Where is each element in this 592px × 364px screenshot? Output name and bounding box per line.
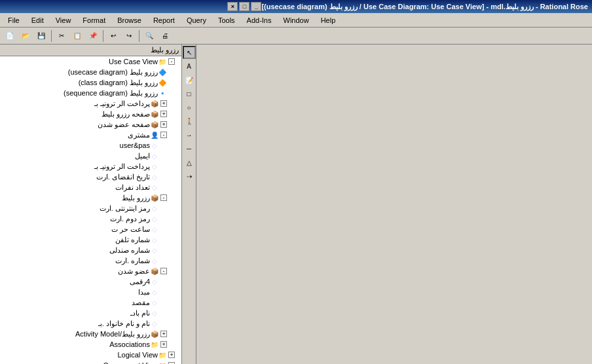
toolbar-print[interactable]: 🖨 <box>158 29 172 43</box>
maximize-button[interactable]: □ <box>239 2 250 11</box>
toolbar-new[interactable]: 📄 <box>3 29 17 43</box>
sidebar-item-maghsad[interactable]: ◇ مقصد <box>0 297 181 308</box>
sidebar-item-4ragami[interactable]: ◇ 4رقمی <box>0 276 181 287</box>
tree-label: رزرو بلیط (sequence diagram) <box>64 89 158 98</box>
sidebar-item-use-case-view[interactable]: - 📁 Use Case View <box>0 56 181 67</box>
sidebar-item-tedad[interactable]: ◇ تعداد نفرات <box>0 182 181 192</box>
leaf-icon: ◇ <box>150 319 159 328</box>
toolbar-redo[interactable]: ↪ <box>122 29 136 43</box>
folder-icon: 📁 <box>150 340 159 349</box>
tool-realize[interactable]: ⇢ <box>183 170 196 183</box>
sidebar-item-associations[interactable]: + 📁 Associations <box>0 339 181 350</box>
expand-icon[interactable]: + <box>160 100 167 107</box>
menu-query[interactable]: Query <box>181 14 212 26</box>
sidebar-item-shomare-sandali[interactable]: ◇ شماره صندلی <box>0 245 181 255</box>
menu-tools[interactable]: Tools <box>213 14 240 26</box>
sidebar-item-tarikh[interactable]: ◇ تاریخ انقضای .ارت <box>0 172 181 182</box>
toolbar-undo[interactable]: ↩ <box>106 29 120 43</box>
sidebar: رزرو بلیط - 📁 Use Case View 🔷 رزرو بلیط … <box>0 45 182 364</box>
app-title: Rational Rose - رزرو بلیط.mdl - [Use Cas… <box>261 3 588 11</box>
main-area: رزرو بلیط - 📁 Use Case View 🔷 رزرو بلیط … <box>0 45 592 364</box>
toolbar-cut[interactable]: ✂ <box>54 29 69 43</box>
sidebar-item-saat[interactable]: ◇ ساعت حر ت <box>0 224 181 234</box>
sidebar-item-class-diagram[interactable]: 🔶 رزرو بلیط (class diagram) <box>0 77 181 88</box>
actor-icon: 👤 <box>150 130 159 139</box>
tree-label: رمز اینترنتی .ارت <box>100 204 150 213</box>
tree-label: 4رقمی <box>130 278 150 286</box>
sidebar-item-rzervo-activity[interactable]: + 📦 رزرو بلیط/Activity Model <box>0 329 181 339</box>
menu-addins[interactable]: Add-Ins <box>242 14 277 26</box>
toolbar-save[interactable]: 💾 <box>34 29 48 43</box>
tool-association[interactable]: ─ <box>183 142 196 155</box>
minimize-button[interactable]: _ <box>251 2 261 11</box>
sidebar-item-nam-bad[interactable]: ◇ نام بادـ <box>0 308 181 318</box>
toolbar-copy[interactable]: 📋 <box>70 29 84 43</box>
menu-window[interactable]: Window <box>278 14 314 26</box>
sidebar-item-usecase-diagram[interactable]: 🔷 رزرو بلیط (usecase diagram) <box>0 67 181 77</box>
expand-icon[interactable]: - <box>168 58 175 65</box>
leaf-icon: ◇ <box>150 246 159 255</box>
tool-dependency[interactable]: → <box>183 128 196 141</box>
tool-package[interactable]: □ <box>183 87 196 100</box>
expand-icon[interactable]: + <box>168 352 175 358</box>
sidebar-item-ramz-internet[interactable]: ◇ رمز اینترنتی .ارت <box>0 203 181 213</box>
sidebar-item-ramz-dom[interactable]: ◇ رمز دوم .ارت <box>0 213 181 224</box>
tree-label: رمز دوم .ارت <box>110 215 150 223</box>
toolbar-open[interactable]: 📂 <box>18 29 33 43</box>
sidebar-item-nam-khanevadegi[interactable]: ◇ نام و نام خانواد .بـ <box>0 318 181 329</box>
package-icon: 📦 <box>150 266 159 276</box>
leaf-icon: ◇ <box>150 141 159 150</box>
menu-view[interactable]: View <box>50 14 77 26</box>
sidebar-item-shomare-tel[interactable]: ◇ شماره تلفن <box>0 234 181 245</box>
sidebar-item-component-view[interactable]: + 📁 Component View <box>0 360 181 364</box>
close-button[interactable]: × <box>227 2 238 11</box>
package-icon: 📦 <box>150 193 159 202</box>
expand-icon[interactable]: - <box>160 132 167 138</box>
sidebar-item-pardakht[interactable]: + 📦 پرداخت الر ترونیـ بـ <box>0 98 181 109</box>
tool-note[interactable]: 📝 <box>183 73 196 86</box>
sidebar-item-mobda[interactable]: ◇ مبدا <box>0 287 181 297</box>
expand-icon[interactable]: + <box>160 121 167 128</box>
menu-format[interactable]: Format <box>77 14 111 26</box>
sidebar-item-email[interactable]: ◇ ایمیل <box>0 151 181 161</box>
tree-label: رزرو بلیط <box>122 194 150 202</box>
tree-label: Component View <box>103 361 158 364</box>
menu-browse[interactable]: Browse <box>112 14 147 26</box>
tree-label: تاریخ انقضای .ارت <box>96 173 150 181</box>
tree-label: نام بادـ <box>130 309 150 318</box>
sidebar-item-moshtari[interactable]: - 👤 مشتری <box>0 130 181 140</box>
leaf-icon: ◇ <box>150 225 159 234</box>
toolbar-browse[interactable]: 🔍 <box>142 29 157 43</box>
sidebar-item-safahat-ozv[interactable]: + 📦 صفحه عضو شدن <box>0 119 181 130</box>
expand-icon[interactable]: - <box>160 268 167 274</box>
toolbar-paste[interactable]: 📌 <box>86 29 100 43</box>
expand-icon[interactable]: - <box>160 194 167 201</box>
menu-file[interactable]: File <box>3 14 25 26</box>
leaf-icon: ◇ <box>150 256 159 265</box>
sidebar-item-sequence-diagram[interactable]: 🔹 رزرو بلیط (sequence diagram) <box>0 88 181 98</box>
leaf-icon: ◇ <box>150 308 159 318</box>
menu-edit[interactable]: Edit <box>26 14 49 26</box>
sidebar-item-rzervo-blit[interactable]: - 📦 رزرو بلیط <box>0 192 181 203</box>
expand-icon[interactable]: + <box>160 111 167 117</box>
tool-use-case[interactable]: ○ <box>183 101 196 114</box>
tool-cursor[interactable]: ↖ <box>183 46 196 59</box>
expand-icon[interactable]: + <box>160 331 167 337</box>
tool-actor[interactable]: 🚶 <box>183 115 196 128</box>
sidebar-item-pardakht2[interactable]: ◇ پرداخت الر ترونیـ بـ <box>0 161 181 172</box>
sidebar-item-logical-view[interactable]: + 📁 Logical View <box>0 350 181 360</box>
leaf-icon: ◇ <box>150 204 159 213</box>
menu-report[interactable]: Report <box>148 14 180 26</box>
leaf-icon: ◇ <box>150 172 159 181</box>
window-controls: _ □ × <box>227 2 261 11</box>
tool-text[interactable]: A <box>183 60 196 73</box>
sidebar-item-user-pas[interactable]: ◇ user&pas <box>0 140 181 151</box>
tree-label: نام و نام خانواد .بـ <box>98 319 150 328</box>
sidebar-title: رزرو بلیط <box>151 46 179 54</box>
sidebar-item-shomare-cart[interactable]: ◇ شماره .ارت <box>0 255 181 266</box>
sidebar-item-saf-rzervo[interactable]: + 📦 صفحه رزرو بلیط <box>0 109 181 119</box>
menu-help[interactable]: Help <box>316 14 341 26</box>
expand-icon[interactable]: + <box>160 341 167 348</box>
sidebar-item-ozv-shodan[interactable]: - 📦 عضو شدن <box>0 266 181 276</box>
tool-generalization[interactable]: △ <box>183 156 196 169</box>
